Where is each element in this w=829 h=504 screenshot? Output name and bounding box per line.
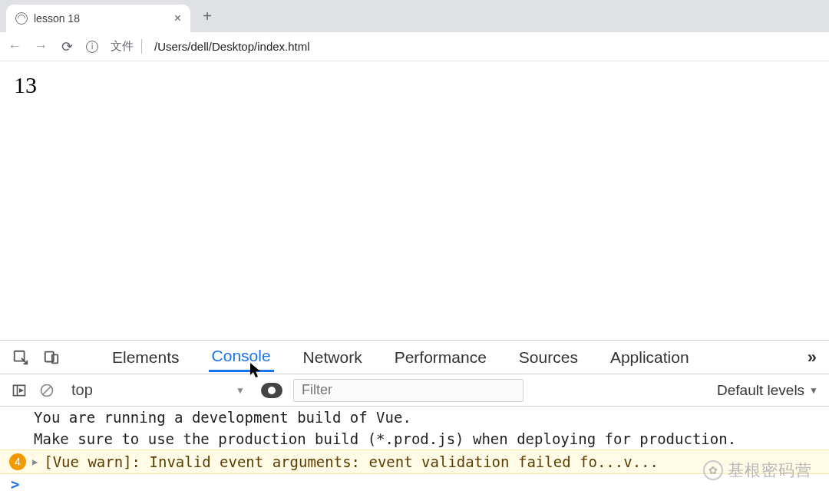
chevron-down-icon: ▼ — [236, 385, 245, 396]
console-sidebar-toggle-icon[interactable] — [11, 382, 28, 399]
url-text[interactable]: /Users/dell/Desktop/index.html — [154, 40, 310, 53]
inspect-icon[interactable] — [12, 349, 29, 366]
devtools-tabbar: Elements Console Network Performance Sou… — [0, 341, 829, 374]
page-content: 13 — [14, 72, 815, 98]
tab-overflow-button[interactable]: » — [808, 348, 817, 367]
close-tab-icon[interactable]: × — [174, 12, 181, 25]
svg-line-7 — [43, 387, 51, 394]
tab-console[interactable]: Console — [209, 342, 274, 372]
tab-strip: lesson 18 × + — [0, 0, 829, 32]
watermark: ✿ 基根密码营 — [703, 460, 812, 481]
reload-button[interactable]: ⟳ — [60, 38, 74, 55]
back-button[interactable]: ← — [8, 38, 21, 54]
site-info-icon[interactable]: i — [86, 41, 98, 53]
chevron-down-icon: ▼ — [809, 385, 818, 396]
filter-input[interactable] — [293, 379, 523, 402]
console-log-line: Make sure to use the production build (*… — [0, 428, 829, 450]
address-bar: ← → ⟳ i 文件 /Users/dell/Desktop/index.htm… — [0, 32, 829, 61]
tab-application[interactable]: Application — [607, 344, 692, 371]
browser-tab[interactable]: lesson 18 × — [6, 5, 190, 32]
watermark-icon: ✿ — [703, 460, 723, 480]
new-tab-button[interactable]: + — [197, 8, 218, 25]
tab-elements[interactable]: Elements — [109, 344, 183, 371]
svg-marker-5 — [20, 389, 22, 391]
console-log-line: You are running a development build of V… — [0, 407, 829, 428]
levels-label: Default levels — [717, 382, 804, 399]
globe-icon — [15, 12, 28, 25]
protocol-label: 文件 — [111, 39, 142, 54]
forward-button[interactable]: → — [34, 38, 48, 54]
log-levels-selector[interactable]: Default levels ▼ — [717, 382, 818, 399]
page-viewport: 13 — [0, 61, 829, 340]
expand-caret-icon[interactable]: ▶ — [32, 456, 38, 467]
live-expression-icon[interactable] — [261, 383, 282, 398]
tab-sources[interactable]: Sources — [516, 344, 581, 371]
device-toggle-icon[interactable] — [43, 349, 60, 366]
watermark-text: 基根密码营 — [728, 460, 812, 481]
tab-performance[interactable]: Performance — [391, 344, 490, 371]
context-label: top — [71, 381, 93, 399]
devtools-left-icons — [12, 349, 60, 366]
tab-network[interactable]: Network — [300, 344, 365, 371]
warning-count-badge: 4 — [9, 453, 26, 470]
clear-console-icon[interactable] — [38, 382, 55, 399]
console-toolbar: top ▼ Default levels ▼ — [0, 374, 829, 407]
tab-title: lesson 18 — [34, 12, 80, 25]
context-selector[interactable]: top ▼ — [66, 379, 250, 401]
